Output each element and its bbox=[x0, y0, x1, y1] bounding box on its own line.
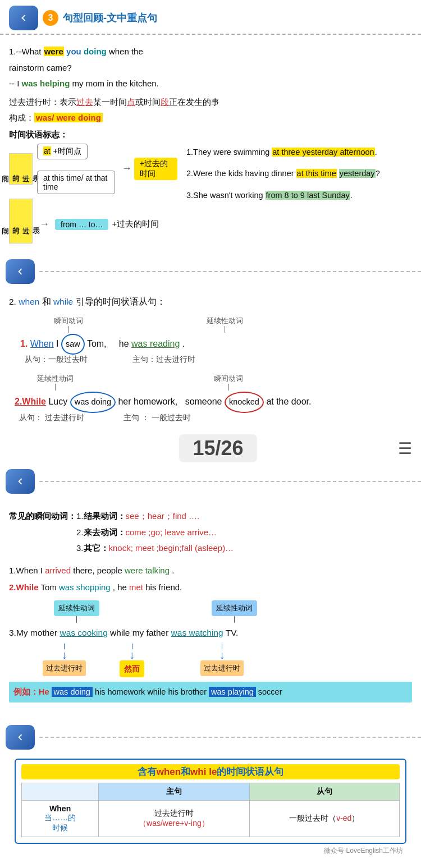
then-tag: 然而 bbox=[120, 660, 144, 677]
cv-l1-label: 结果动词： bbox=[84, 511, 126, 521]
point-hl: 点 bbox=[127, 97, 135, 107]
instant2-label: 瞬间动词 bbox=[214, 374, 243, 384]
period1: . bbox=[182, 339, 185, 348]
period-row: 表示过去的时间段 → from … to… +过去的时间 bbox=[9, 199, 177, 244]
section-title: 句型回顾-文中重点句 bbox=[63, 11, 157, 25]
a1-line: -- I was helping my mom in the kitchen. bbox=[9, 76, 412, 92]
when-underline: When bbox=[30, 339, 54, 348]
point-options: at +时间点 at this time/ at that time bbox=[37, 144, 115, 194]
main-label2: 主句 ： 一般过去时 bbox=[123, 413, 191, 423]
when-label-cell: When 当……的 时候 bbox=[22, 800, 99, 837]
annot-cont-label: 延续性动词 bbox=[207, 316, 243, 326]
were-highlight: were bbox=[44, 47, 64, 56]
e2-while: 2.While bbox=[9, 582, 39, 592]
common-verbs: 常见的瞬间动词：1.结果动词：see；hear；find …. 2.来去动词：c… bbox=[9, 508, 412, 557]
m-tv: TV. bbox=[226, 628, 239, 637]
down-arrow3: ↓ bbox=[219, 649, 225, 660]
mother-labels: ↓ 过去进行时 ↓ 然而 ↓ 过去进行时 bbox=[43, 644, 412, 677]
e2-post: , he bbox=[113, 582, 129, 592]
cv-l3-label: 其它： bbox=[84, 543, 109, 553]
down-arrow2: ↓ bbox=[129, 649, 135, 660]
arrow2: → bbox=[39, 218, 49, 230]
down-arrow1: ↓ bbox=[62, 649, 67, 660]
annot-cont2: 延续性动词 bbox=[37, 374, 74, 391]
section2-content: 2. when 和 while 引导的时间状语从句： 瞬间动词 延续性动词 1.… bbox=[0, 288, 421, 433]
diag2-labels: 从句： 过去进行时 主句 ： 一般过去时 bbox=[19, 413, 412, 423]
examples2: 1.When I arrived there, people were talk… bbox=[9, 562, 412, 596]
mother-example: 延续性动词 延续性动词 3.My mother was cooking whil… bbox=[9, 600, 412, 702]
nav-arrow-4[interactable] bbox=[6, 725, 35, 750]
label-m2-text: 过去进行时 bbox=[200, 660, 244, 676]
was-reading: was reading bbox=[131, 339, 180, 348]
e1-pre: 1.When I bbox=[9, 566, 45, 575]
point-label: 表示过去的时间点 bbox=[9, 153, 33, 185]
arrow-icon: → bbox=[122, 163, 132, 174]
when-sub-text: 当……的 bbox=[44, 813, 76, 822]
point-row: 表示过去的时间点 at +时间点 at this time/ at that t… bbox=[9, 144, 177, 194]
section-header: 3 句型回顾-文中重点句 bbox=[0, 0, 421, 35]
cont2-label: 延续性动词 bbox=[37, 374, 74, 384]
right-s1: 1.They were swimming at three yesterday … bbox=[186, 144, 412, 161]
sub-label2: 从句： 过去进行时 bbox=[19, 413, 84, 423]
ex-was-doing: was doing bbox=[52, 687, 93, 697]
s2-hl2: yesterday bbox=[339, 169, 376, 178]
spacer2 bbox=[9, 707, 412, 716]
nav-arrow-2[interactable] bbox=[6, 259, 35, 284]
s1-hl: at three yesterday afternoon bbox=[272, 148, 374, 157]
annot-cont: 延续性动词 bbox=[207, 316, 243, 333]
doing-highlight: doing bbox=[84, 47, 107, 56]
nav-arrow-back[interactable] bbox=[9, 6, 38, 30]
mother-annots: 延续性动词 延续性动词 bbox=[54, 600, 412, 623]
knocked-oval: knocked bbox=[225, 392, 264, 413]
diag1: 瞬间动词 延续性动词 1. When I saw Tom, he was rea… bbox=[20, 316, 412, 365]
at-box: at +时间点 bbox=[37, 144, 88, 159]
e2: 2.While Tom was shopping , he met his fr… bbox=[9, 579, 412, 596]
cv-l2-label: 来去动词： bbox=[84, 527, 126, 537]
e1-were-talking: were talking bbox=[125, 566, 170, 575]
from-to-tag: from … to… bbox=[55, 219, 108, 230]
point-arrow: → +过去的时间 bbox=[120, 158, 177, 180]
grammar-table: 主句 从句 When 当……的 时候 过去进行时 （was/were+v-ing… bbox=[21, 783, 400, 837]
section-box: 含有when和whi le的时间状语从句 主句 从句 When 当……的 时候 bbox=[15, 759, 406, 844]
q1-line: 1.--What were you doing when the bbox=[9, 44, 412, 60]
was-helping-highlight: was helping bbox=[22, 79, 70, 88]
section1-content: 1.--What were you doing when the rainsto… bbox=[0, 35, 421, 255]
you-text: you bbox=[66, 47, 81, 56]
table-header-row: 主句 从句 bbox=[22, 783, 400, 800]
cv-title: 常见的瞬间动词：1.结果动词：see；hear；find …. bbox=[9, 508, 412, 525]
divider3 bbox=[0, 720, 421, 754]
e1: 1.When I arrived there, people were talk… bbox=[9, 562, 412, 579]
m-while: while my father bbox=[110, 628, 171, 637]
table-title: 含有when和whi le的时间状语从句 bbox=[21, 764, 400, 779]
saw-oval: saw bbox=[61, 334, 85, 355]
grammar-box: 过去进行时：表示过去某一时间点或时间段正在发生的事 构成：was/ were d… bbox=[9, 94, 412, 126]
main-label1: 主句：过去进行时 bbox=[132, 355, 195, 365]
time-right: 1.They were swimming at three yesterday … bbox=[186, 144, 412, 246]
divider2 bbox=[0, 465, 421, 498]
when-text: when bbox=[19, 297, 39, 306]
at-this-box: at this time/ at that time bbox=[37, 171, 115, 194]
annot-m1: 延续性动词 bbox=[54, 600, 99, 623]
diag1-labels: 从句：一般过去时 主句：过去进行时 bbox=[25, 355, 412, 365]
menu-icon[interactable]: ☰ bbox=[398, 439, 412, 458]
time-section-title: 时间状语标志： bbox=[9, 130, 412, 140]
diag2-annots: 延续性动词 瞬间动词 bbox=[37, 374, 412, 391]
label-m2: ↓ 过去进行时 bbox=[200, 644, 244, 677]
annot-instant2: 瞬间动词 bbox=[214, 374, 243, 391]
nav-arrow-3[interactable] bbox=[6, 469, 35, 494]
when-title: when bbox=[157, 766, 181, 777]
ex-pre: 例如：He bbox=[13, 687, 52, 696]
ex-end: soccer bbox=[258, 687, 282, 696]
from-to-row: → from … to… +过去的时间 bbox=[37, 218, 159, 230]
past-hl: 过去 bbox=[76, 97, 93, 107]
annot-m1-line bbox=[76, 616, 77, 623]
was-cooking: was cooking bbox=[60, 628, 107, 637]
period-hl: 段 bbox=[161, 97, 169, 107]
annot-instant: 瞬间动词 bbox=[54, 316, 83, 333]
annot-line1 bbox=[68, 326, 69, 333]
when-sub-cell: 一般过去时（v-ed） bbox=[249, 800, 399, 837]
label-m1-text: 过去进行时 bbox=[43, 660, 86, 676]
tom-text: Tom, he bbox=[87, 339, 131, 348]
then-label: ↓ 然而 bbox=[120, 644, 144, 677]
at-hl: at bbox=[43, 146, 51, 155]
